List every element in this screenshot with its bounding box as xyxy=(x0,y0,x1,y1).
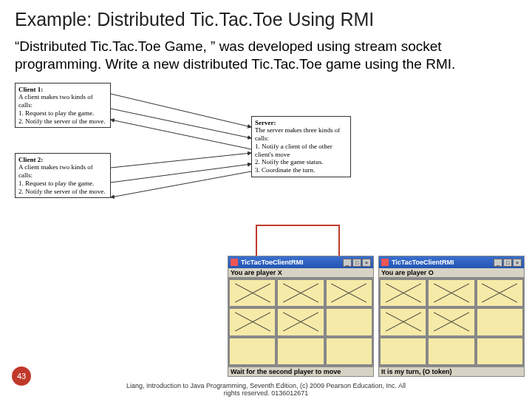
cell-2-0[interactable] xyxy=(228,337,276,366)
cell-2-1[interactable] xyxy=(276,337,324,366)
server-l3: 2. Notify the game status. xyxy=(255,158,347,166)
window-title: TicTacToeClientRMI xyxy=(241,259,342,266)
cell-1-2[interactable] xyxy=(325,307,373,336)
app-windows: TicTacToeClientRMI _ □ × You are player … xyxy=(228,256,525,377)
cell-2-2[interactable] xyxy=(325,337,373,366)
status-label: You are player X xyxy=(228,268,373,279)
footer-status: It is my turn, (O token) xyxy=(379,366,524,376)
cell-1-0[interactable] xyxy=(379,307,427,336)
credit-l2: rights reserved. 0136012671 xyxy=(0,390,532,398)
client1-box: Client 1: A client makes two kinds of ca… xyxy=(15,83,111,129)
server-l2: 1. Notify a client of the other client's… xyxy=(255,143,347,159)
svg-line-3 xyxy=(111,153,251,168)
minimize-button[interactable]: _ xyxy=(343,259,352,267)
app-icon xyxy=(231,259,238,266)
cell-1-2[interactable] xyxy=(476,307,524,336)
credit-line: Liang, Introduction to Java Programming,… xyxy=(0,383,532,398)
status-label: You are player O xyxy=(379,268,524,279)
cell-0-2[interactable] xyxy=(476,279,524,307)
titlebar: TicTacToeClientRMI _ □ × xyxy=(379,256,524,268)
close-button[interactable]: × xyxy=(362,259,371,267)
minimize-button[interactable]: _ xyxy=(494,259,502,267)
server-head: Server: xyxy=(255,119,347,127)
cell-1-0[interactable] xyxy=(228,307,276,336)
svg-line-1 xyxy=(111,109,251,138)
slide: Example: Distributed Tic.Tac.Toe Using R… xyxy=(0,0,532,399)
server-l4: 3. Coordinate the turn. xyxy=(255,166,347,174)
cell-0-1[interactable] xyxy=(276,279,324,307)
cell-2-0[interactable] xyxy=(379,337,427,366)
client1-l1: A client makes two kinds of calls: xyxy=(18,93,107,109)
game-board xyxy=(228,279,373,366)
footer-status: Wait for the second player to move xyxy=(228,366,373,376)
maximize-button[interactable]: □ xyxy=(503,259,512,267)
titlebar: TicTacToeClientRMI _ □ × xyxy=(228,256,373,268)
client1-head: Client 1: xyxy=(18,86,107,94)
cell-1-1[interactable] xyxy=(427,307,475,336)
rmi-diagram: Client 1: A client makes two kinds of ca… xyxy=(15,79,351,227)
svg-line-0 xyxy=(111,94,251,127)
window-title: TicTacToeClientRMI xyxy=(392,259,493,266)
server-box: Server: The server makes three kinds of … xyxy=(251,116,351,178)
cell-0-1[interactable] xyxy=(427,279,475,307)
slide-body: “Distributed Tic.Tac.Toe Game, ” was dev… xyxy=(15,38,517,73)
svg-line-5 xyxy=(111,171,251,197)
client1-l3: 2. Notify the server of the move. xyxy=(18,117,107,126)
close-button[interactable]: × xyxy=(513,259,522,267)
app-window-2: TicTacToeClientRMI _ □ × You are player … xyxy=(378,256,525,377)
cell-2-1[interactable] xyxy=(427,337,475,366)
client2-l3: 2. Notify the server of the move. xyxy=(18,188,107,196)
app-window-1: TicTacToeClientRMI _ □ × You are player … xyxy=(228,256,374,377)
svg-line-4 xyxy=(111,164,251,183)
client1-l2: 1. Request to play the game. xyxy=(18,109,107,117)
cell-1-1[interactable] xyxy=(276,307,324,336)
cell-2-2[interactable] xyxy=(476,337,524,366)
client2-l2: 1. Request to play the game. xyxy=(18,180,107,188)
server-l1: The server makes three kinds of calls: xyxy=(255,126,347,143)
cell-0-2[interactable] xyxy=(325,279,373,307)
maximize-button[interactable]: □ xyxy=(352,259,361,267)
svg-line-2 xyxy=(111,120,251,149)
cell-0-0[interactable] xyxy=(379,279,427,307)
client2-box: Client 2: A client makes two kinds of ca… xyxy=(15,153,111,199)
client2-head: Client 2: xyxy=(18,156,107,164)
slide-title: Example: Distributed Tic.Tac.Toe Using R… xyxy=(15,9,517,30)
app-icon xyxy=(381,259,389,266)
game-board xyxy=(379,279,524,366)
cell-0-0[interactable] xyxy=(228,279,276,307)
client2-l1: A client makes two kinds of calls: xyxy=(18,163,107,180)
